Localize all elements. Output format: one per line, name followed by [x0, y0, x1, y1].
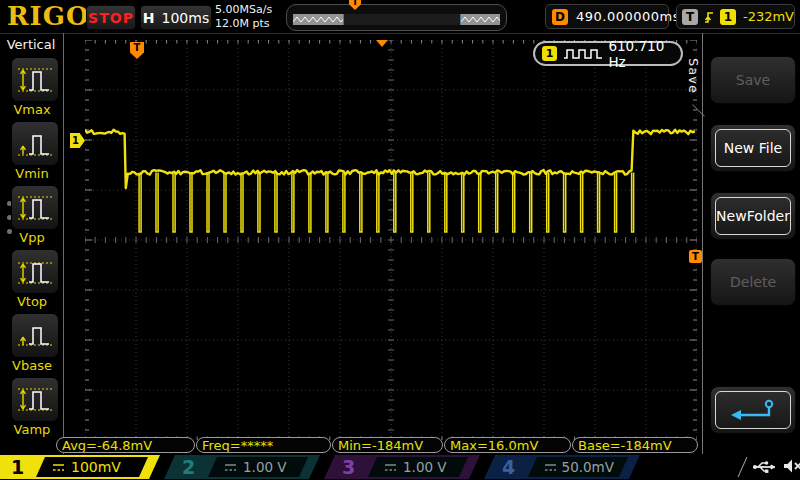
vamp-label: Vamp	[0, 422, 64, 437]
vmin-label: Vmin	[0, 166, 64, 181]
measurement-avg: Avg=-64.8mV	[56, 437, 195, 453]
ch1-waveform	[85, 130, 695, 188]
channel-status-bar: 1 100mV 2 1.00 V 3 1.00 V	[0, 454, 800, 480]
delay-badge: D	[552, 9, 568, 25]
channel-1-number: 1	[11, 455, 24, 479]
horizontal-label: H	[143, 10, 155, 26]
vpp-button[interactable]	[11, 185, 59, 230]
dc-coupling-icon	[384, 462, 397, 472]
back-button[interactable]	[710, 386, 796, 434]
frequency-value: 610.710 Hz	[608, 38, 681, 70]
channel-3-number: 3	[342, 455, 355, 479]
measurement-base: Base=-184mV	[572, 437, 698, 453]
channel-2-number: 2	[182, 455, 195, 479]
vmax-label: Vmax	[0, 102, 64, 117]
vtop-label: Vtop	[0, 294, 64, 309]
sample-rate: 5.00MSa/s	[215, 3, 272, 17]
measurement-freq: Freq=*****	[196, 437, 331, 453]
trigger-badge: T	[682, 9, 698, 25]
trigger-readout: T 1 -232mV	[676, 4, 795, 29]
waveform-record-thumbnail[interactable]: T	[286, 4, 507, 31]
measurement-max: Max=16.0mV	[444, 437, 571, 453]
new-file-button[interactable]: New File	[710, 124, 796, 172]
vmax-icon	[15, 64, 55, 96]
vamp-button[interactable]	[11, 377, 59, 422]
channel-4-tab[interactable]: 4 50.0mV	[484, 455, 640, 479]
vtop-icon	[15, 256, 55, 288]
vpp-icon	[15, 192, 55, 224]
channel-2-tab[interactable]: 2 1.00 V	[164, 455, 320, 479]
oscilloscope-screen: { "header": { "brand": "RIGOL", "run_sta…	[0, 0, 800, 480]
vbase-icon	[15, 320, 55, 352]
ch1-pulses	[139, 172, 633, 232]
channel-2-scale: 1.00 V	[243, 459, 287, 475]
frequency-counter: 1 610.710 Hz	[533, 41, 683, 66]
vmin-button[interactable]	[11, 121, 59, 166]
system-icons	[752, 458, 800, 474]
trigger-center-marker-icon	[376, 40, 388, 47]
timebase-value: 100ms	[162, 10, 210, 26]
new-file-button-label: New File	[715, 129, 791, 167]
channel-4-number: 4	[502, 455, 515, 479]
vbase-label: Vbase	[0, 358, 64, 373]
delay-readout: D 490.000000ms	[545, 4, 669, 29]
new-folder-button[interactable]: NewFolder	[710, 192, 796, 240]
channel-1-tab[interactable]: 1 100mV	[0, 455, 160, 479]
vbase-button[interactable]	[11, 313, 59, 358]
memory-depth: 12.0M pts	[215, 17, 272, 31]
display-window-region	[343, 14, 461, 25]
dc-coupling-icon	[52, 462, 65, 472]
channel-3-scale: 1.00 V	[403, 459, 447, 475]
trigger-source-badge: 1	[720, 9, 736, 25]
square-wave-icon	[563, 47, 602, 60]
return-arrow-icon	[725, 397, 781, 423]
right-menu-divider	[702, 33, 703, 455]
right-menu-tab-title: Save	[686, 58, 701, 94]
delete-button[interactable]: Delete	[710, 258, 796, 306]
trigger-level-value: -232mV	[743, 9, 794, 24]
new-folder-button-label: NewFolder	[715, 197, 791, 235]
usb-icon	[752, 459, 776, 474]
dc-coupling-icon	[544, 462, 556, 472]
counter-channel-badge: 1	[542, 46, 557, 61]
speaker-muted-icon	[783, 458, 800, 474]
save-button[interactable]: Save	[710, 56, 796, 104]
channel-3-tab[interactable]: 3 1.00 V	[324, 455, 480, 479]
vmin-icon	[15, 128, 55, 160]
measurement-min: Min=-184mV	[332, 437, 443, 453]
vtop-button[interactable]	[11, 249, 59, 294]
vpp-label: Vpp	[0, 230, 64, 245]
save-button-label: Save	[715, 61, 791, 99]
vmax-button[interactable]	[11, 57, 59, 102]
run-state-indicator[interactable]: STOP	[86, 5, 136, 30]
record-trigger-position-icon[interactable]: T	[349, 0, 361, 10]
channel-1-scale: 100mV	[71, 459, 121, 475]
rising-edge-icon	[703, 9, 715, 24]
left-menu-title: Vertical	[0, 37, 62, 52]
acquisition-info: 5.00MSa/s 12.0M pts	[215, 3, 272, 31]
channel1-reference-marker[interactable]: 1	[70, 133, 85, 148]
vamp-icon	[15, 384, 55, 416]
trigger-level-marker[interactable]: T	[689, 250, 702, 263]
delay-value: 490.000000ms	[576, 9, 690, 24]
scope-display	[85, 40, 697, 440]
channel-4-scale: 50.0mV	[562, 459, 614, 475]
record-band	[293, 14, 500, 25]
delete-button-label: Delete	[715, 263, 791, 301]
dc-coupling-icon	[224, 462, 237, 472]
timebase-indicator[interactable]: H 100ms	[140, 5, 212, 30]
